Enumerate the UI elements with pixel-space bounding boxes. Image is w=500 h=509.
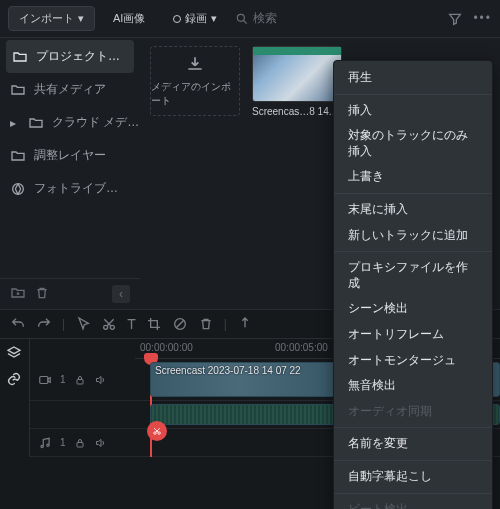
- more-icon[interactable]: •••: [473, 11, 492, 27]
- menu-separator: [334, 460, 492, 461]
- menu-item: ビート検出: [334, 497, 492, 510]
- menu-separator: [334, 193, 492, 194]
- import-label: インポート: [19, 11, 74, 26]
- svg-point-0: [238, 14, 245, 21]
- music-icon: [38, 436, 52, 450]
- menu-item[interactable]: 自動字幕起こし: [334, 464, 492, 490]
- lock-icon[interactable]: [74, 437, 86, 449]
- import-icon: [185, 54, 205, 74]
- menu-item[interactable]: プロキシファイルを作成: [334, 255, 492, 296]
- menu-item-label: オートモンタージュ: [348, 353, 456, 369]
- menu-item[interactable]: オートリフレーム: [334, 322, 492, 348]
- folder-icon: [10, 148, 26, 164]
- sidebar-item-label: 共有メディア: [34, 81, 106, 98]
- sidebar: プロジェクト… 共有メディア ▸ クラウド メデ… 調整レイヤー フォトライブ…: [0, 36, 140, 309]
- menu-item-label: オートリフレーム: [348, 327, 444, 343]
- text-tool-icon[interactable]: T: [127, 316, 136, 332]
- ai-image-button[interactable]: AI画像: [103, 7, 155, 30]
- import-media-tile[interactable]: メディアのインポート: [150, 46, 240, 116]
- menu-item[interactable]: 新しいトラックに追加: [334, 223, 492, 249]
- svg-point-2: [13, 183, 24, 194]
- pointer-icon[interactable]: [75, 316, 91, 332]
- sidebar-item-label: 調整レイヤー: [34, 147, 106, 164]
- folder-add-icon[interactable]: [10, 285, 26, 301]
- sidebar-item-photo[interactable]: フォトライブ…: [0, 172, 140, 205]
- aperture-icon: [10, 181, 26, 197]
- link-icon[interactable]: [6, 371, 22, 387]
- cut-icon[interactable]: [101, 316, 117, 332]
- menu-item-label: 末尾に挿入: [348, 202, 408, 218]
- menu-separator: [334, 94, 492, 95]
- sidebar-item-adjustment[interactable]: 調整レイヤー: [0, 139, 140, 172]
- menu-item[interactable]: シーン検出: [334, 296, 492, 322]
- crop-icon[interactable]: [146, 316, 162, 332]
- menu-item-label: 自動字幕起こし: [348, 469, 432, 485]
- record-icon: [173, 15, 181, 23]
- trash-icon[interactable]: [198, 316, 214, 332]
- search-placeholder: 検索: [253, 10, 277, 27]
- chevron-right-icon: ▸: [10, 116, 20, 130]
- video-icon: [38, 373, 52, 387]
- menu-item[interactable]: 対象のトラックにのみ挿入: [334, 123, 492, 164]
- folder-icon: [12, 49, 28, 65]
- menu-item[interactable]: 名前を変更: [334, 431, 492, 457]
- undo-icon[interactable]: [10, 316, 26, 332]
- menu-item-label: プロキシファイルを作成: [348, 260, 478, 291]
- filter-icon[interactable]: [447, 11, 463, 27]
- volume-icon[interactable]: [94, 374, 106, 386]
- menu-item-label: 無音検出: [348, 378, 396, 394]
- menu-item-label: オーディオ同期: [348, 404, 432, 420]
- folder-icon: [10, 82, 26, 98]
- clip-label: Screencast 2023-07-18 14 07 22: [155, 365, 301, 376]
- marker-icon[interactable]: [237, 316, 253, 332]
- track-number: 1: [60, 374, 66, 385]
- redo-icon[interactable]: [36, 316, 52, 332]
- menu-item[interactable]: 末尾に挿入: [334, 197, 492, 223]
- svg-line-1: [244, 20, 247, 23]
- menu-item-label: 再生: [348, 70, 372, 86]
- sidebar-item-project[interactable]: プロジェクト…: [6, 40, 134, 73]
- circle-slash-icon[interactable]: [172, 316, 188, 332]
- menu-item-label: 挿入: [348, 103, 372, 119]
- menu-item[interactable]: 挿入: [334, 98, 492, 124]
- svg-rect-9: [77, 379, 83, 384]
- search-icon: [235, 12, 249, 26]
- menu-item-label: 名前を変更: [348, 436, 408, 452]
- context-menu: 再生挿入対象のトラックにのみ挿入上書き末尾に挿入新しいトラックに追加プロキシファ…: [333, 60, 493, 509]
- media-item[interactable]: Screencas…8 14.…: [252, 46, 342, 117]
- sidebar-item-shared[interactable]: 共有メディア: [0, 73, 140, 106]
- collapse-sidebar-button[interactable]: ‹: [112, 285, 130, 303]
- menu-item[interactable]: 再生: [334, 65, 492, 91]
- lock-icon[interactable]: [74, 374, 86, 386]
- record-dropdown[interactable]: 録画 ▾: [163, 7, 227, 30]
- scissors-icon: [152, 426, 162, 436]
- trash-icon[interactable]: [34, 285, 50, 301]
- menu-item[interactable]: 無音検出: [334, 373, 492, 399]
- menu-item-label: ビート検出: [348, 502, 408, 510]
- chevron-left-icon: ‹: [119, 287, 123, 301]
- track-number: 1: [60, 437, 66, 448]
- sidebar-item-label: クラウド メデ…: [52, 114, 139, 131]
- search-input[interactable]: 検索: [235, 10, 277, 27]
- svg-rect-8: [40, 376, 48, 383]
- media-thumbnail: [252, 46, 342, 102]
- menu-item: オーディオ同期: [334, 399, 492, 425]
- layers-icon[interactable]: [6, 345, 22, 361]
- chevron-down-icon: ▾: [211, 12, 217, 25]
- menu-item-label: 上書き: [348, 169, 384, 185]
- sidebar-item-cloud[interactable]: ▸ クラウド メデ…: [0, 106, 140, 139]
- folder-icon: [28, 115, 44, 131]
- cut-handle[interactable]: [147, 421, 167, 441]
- chevron-down-icon: ▾: [78, 12, 84, 25]
- media-item-label: Screencas…8 14.…: [252, 106, 342, 117]
- sidebar-item-label: プロジェクト…: [36, 48, 120, 65]
- menu-item[interactable]: 上書き: [334, 164, 492, 190]
- record-label: 録画: [185, 11, 207, 26]
- sidebar-bottom: ‹: [0, 278, 140, 309]
- menu-item-label: 対象のトラックにのみ挿入: [348, 128, 478, 159]
- menu-item[interactable]: オートモンタージュ: [334, 348, 492, 374]
- import-dropdown[interactable]: インポート ▾: [8, 6, 95, 31]
- menu-separator: [334, 251, 492, 252]
- volume-icon[interactable]: [94, 437, 106, 449]
- svg-rect-10: [77, 442, 83, 447]
